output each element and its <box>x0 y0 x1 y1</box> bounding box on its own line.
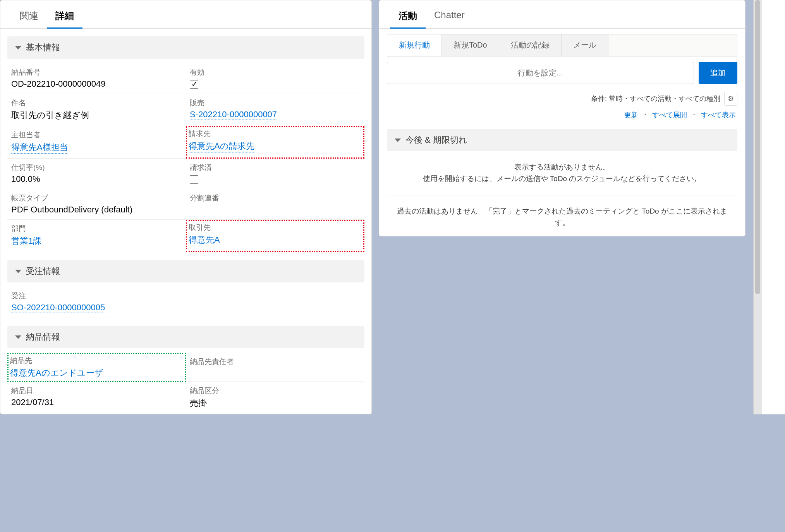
chevron-down-icon <box>395 139 401 142</box>
value-rate: 100.0% <box>11 174 182 184</box>
value-delivery-date: 2021/07/31 <box>11 397 182 407</box>
event-input[interactable] <box>387 62 694 84</box>
label-billed: 請求済 <box>190 163 361 173</box>
subtab-new-event[interactable]: 新規行動 <box>387 34 442 56</box>
link-ship-to[interactable]: 得意先Aのエンドユーザ <box>10 367 103 379</box>
label-ship-to-resp: 納品先責任者 <box>190 357 361 367</box>
link-bill-to[interactable]: 得意先Aの請求先 <box>189 140 254 152</box>
field-form-type: 帳票タイプ PDF OutboundDelivery (default) <box>7 189 186 220</box>
subtab-email[interactable]: メール <box>562 34 608 56</box>
right-tabs: 活動 Chatter <box>379 0 745 29</box>
link-owner[interactable]: 得意先A様担当 <box>11 142 68 154</box>
activity-links: 更新 ・ すべて展開 ・ すべて表示 <box>379 108 745 126</box>
label-sales: 販売 <box>190 98 361 108</box>
link-sales[interactable]: S-202210-0000000007 <box>190 109 277 120</box>
subtab-new-todo[interactable]: 新規ToDo <box>442 34 499 56</box>
tab-activity[interactable]: 活動 <box>390 5 426 29</box>
label-ship-to: 納品先 <box>10 356 183 366</box>
activity-subtabs: 新規行動 新規ToDo 活動の記録 メール <box>387 34 737 56</box>
tab-chatter[interactable]: Chatter <box>426 5 473 29</box>
label-delivery-type: 納品区分 <box>190 386 361 396</box>
label-bill-to: 請求先 <box>189 129 362 139</box>
right-margin <box>762 0 785 414</box>
field-valid: 有効 <box>186 63 364 94</box>
field-sales-order: 受注 SO-202210-0000000005 <box>7 287 364 318</box>
label-sales-order: 受注 <box>11 291 361 301</box>
section-basic-label: 基本情報 <box>26 42 60 53</box>
field-account: 取引先 得意先A <box>186 220 364 252</box>
vertical-scrollbar[interactable] <box>753 0 762 414</box>
field-delivery-no: 納品番号 OD-202210-0000000049 <box>7 63 186 94</box>
checkbox-valid <box>190 80 198 89</box>
label-valid: 有効 <box>190 67 361 77</box>
add-button[interactable]: 追加 <box>699 62 737 84</box>
chevron-down-icon <box>15 270 21 273</box>
scrollbar-thumb[interactable] <box>755 0 760 294</box>
link-account[interactable]: 得意先A <box>189 234 220 246</box>
field-ship-to: 納品先 得意先Aのエンドユーザ <box>7 353 186 382</box>
action-row: 追加 <box>387 62 737 84</box>
value-delivery-no: OD-202210-0000000049 <box>11 79 182 89</box>
field-dept: 部門 営業1課 <box>7 220 186 252</box>
section-delivery-info[interactable]: 納品情報 <box>7 326 364 348</box>
value-delivery-type: 売掛 <box>190 397 361 409</box>
label-split-seq: 分割連番 <box>190 193 361 203</box>
link-refresh[interactable]: 更新 <box>624 111 638 119</box>
label-rate: 仕切率(%) <box>11 163 182 173</box>
field-sales: 販売 S-202210-0000000007 <box>186 94 364 126</box>
section-order-info[interactable]: 受注情報 <box>7 260 364 282</box>
delivery-fields: 納品先 得意先Aのエンドユーザ 納品先責任者 納品日 2021/07/31 納品… <box>0 353 371 414</box>
field-rate: 仕切率(%) 100.0% <box>7 159 186 189</box>
tab-related[interactable]: 関連 <box>11 5 47 29</box>
label-delivery-no: 納品番号 <box>11 67 182 77</box>
left-tabs: 関連 詳細 <box>0 0 371 29</box>
gear-icon: ⚙ <box>728 94 734 103</box>
field-bill-to: 請求先 得意先Aの請求先 <box>186 126 364 159</box>
empty-upcoming-line1: 表示する活動がありません。 <box>390 161 734 173</box>
link-view-all[interactable]: すべて表示 <box>701 111 736 119</box>
field-billed: 請求済 <box>186 159 364 189</box>
empty-past: 過去の活動はありません。「完了」とマークされた過去のミーティングと ToDo が… <box>379 198 745 236</box>
section-upcoming-label: 今後 & 期限切れ <box>405 134 467 146</box>
field-owner: 主担当者 得意先A様担当 <box>7 126 186 159</box>
section-order-label: 受注情報 <box>26 265 60 277</box>
label-dept: 部門 <box>11 224 182 234</box>
label-delivery-date: 納品日 <box>11 386 182 396</box>
chevron-down-icon <box>15 335 21 339</box>
field-subject: 件名 取引先の引き継ぎ例 <box>7 94 186 126</box>
section-basic-info[interactable]: 基本情報 <box>7 36 364 59</box>
value-subject: 取引先の引き継ぎ例 <box>11 109 182 121</box>
label-owner: 主担当者 <box>11 130 182 140</box>
activity-panel: 活動 Chatter 新規行動 新規ToDo 活動の記録 メール 追加 条件: … <box>379 0 745 236</box>
filter-line: 条件: 常時・すべての活動・すべての種別 ⚙ <box>379 89 745 108</box>
empty-upcoming-line2: 使用を開始するには、メールの送信や ToDo のスケジュールなどを行ってください… <box>390 173 734 185</box>
order-fields: 受注 SO-202210-0000000005 <box>0 287 371 318</box>
filter-text: 条件: 常時・すべての活動・すべての種別 <box>591 94 720 103</box>
chevron-down-icon <box>15 46 21 50</box>
label-form-type: 帳票タイプ <box>11 193 182 203</box>
tab-details[interactable]: 詳細 <box>47 5 82 29</box>
divider <box>387 195 737 195</box>
field-split-seq: 分割連番 <box>186 189 364 220</box>
section-upcoming[interactable]: 今後 & 期限切れ <box>387 129 737 151</box>
link-dept[interactable]: 営業1課 <box>11 235 41 247</box>
link-expand-all[interactable]: すべて展開 <box>652 111 687 119</box>
label-subject: 件名 <box>11 98 182 108</box>
empty-upcoming: 表示する活動がありません。 使用を開始するには、メールの送信や ToDo のスケ… <box>379 154 745 192</box>
label-account: 取引先 <box>189 222 362 233</box>
value-form-type: PDF OutboundDelivery (default) <box>11 205 182 215</box>
filter-settings-button[interactable]: ⚙ <box>724 92 737 106</box>
field-ship-to-resp: 納品先責任者 <box>186 353 364 382</box>
field-delivery-date: 納品日 2021/07/31 <box>7 382 186 414</box>
details-panel: 関連 詳細 基本情報 納品番号 OD-202210-0000000049 有効 … <box>0 0 372 414</box>
field-delivery-type: 納品区分 売掛 <box>186 382 364 414</box>
link-sales-order[interactable]: SO-202210-0000000005 <box>11 303 105 313</box>
checkbox-billed <box>190 175 198 184</box>
basic-fields: 納品番号 OD-202210-0000000049 有効 件名 取引先の引き継ぎ… <box>0 63 371 252</box>
subtab-log-call[interactable]: 活動の記録 <box>499 34 562 56</box>
section-delivery-label: 納品情報 <box>26 331 60 343</box>
